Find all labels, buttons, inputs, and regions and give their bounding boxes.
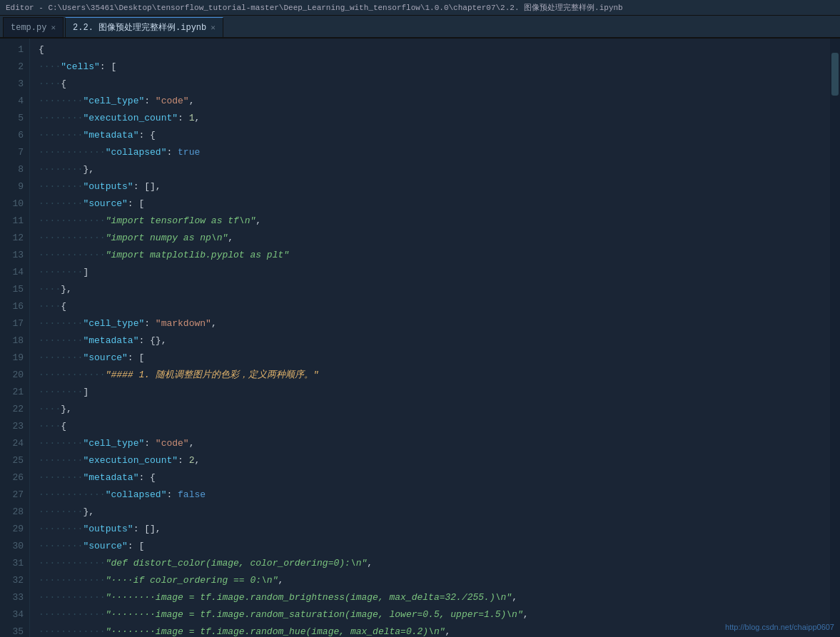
line-number: 2	[0, 58, 24, 76]
line-number: 27	[0, 486, 24, 504]
token: : {	[138, 130, 155, 141]
code-line: ········"metadata": {	[39, 469, 830, 486]
tab-temp[interactable]: temp.py✕	[3, 17, 64, 37]
token: },	[61, 404, 72, 414]
line-number: 6	[0, 127, 24, 144]
token: {	[61, 78, 66, 89]
token: ········	[39, 352, 83, 363]
token: "cell_type"	[83, 318, 144, 329]
token: ············	[39, 147, 106, 158]
token: :	[144, 318, 156, 329]
token: "cell_type"	[83, 96, 144, 106]
token: ········	[39, 387, 83, 397]
token: ········	[39, 455, 83, 466]
scrollbar-area[interactable]	[830, 39, 840, 637]
token: : [],	[133, 181, 161, 192]
line-number: 5	[0, 110, 24, 127]
line-number: 13	[0, 247, 24, 264]
token: "····if color_ordering == 0:\n"	[106, 575, 278, 586]
token: "source"	[83, 352, 127, 363]
code-line: ····{	[39, 298, 830, 315]
token: : [	[100, 61, 116, 72]
tab-close-icon[interactable]: ✕	[211, 23, 216, 32]
line-number: 16	[0, 298, 24, 315]
token: "execution_count"	[83, 455, 178, 466]
code-line: ········"cell_type": "markdown",	[39, 315, 830, 332]
tab-close-icon[interactable]: ✕	[51, 23, 56, 32]
token: : [	[128, 352, 144, 363]
token: ,	[211, 318, 217, 329]
token: true	[178, 147, 200, 158]
code-line: ············"········image = tf.image.ra…	[39, 623, 830, 637]
scrollbar-thumb[interactable]	[831, 53, 839, 96]
token: "markdown"	[156, 318, 211, 329]
line-number: 7	[0, 144, 24, 161]
token: {	[61, 301, 66, 312]
token: "execution_count"	[83, 113, 178, 123]
line-number: 11	[0, 213, 24, 230]
line-number: 1	[0, 41, 24, 58]
tab-notebook[interactable]: 2.2. 图像预处理完整样例.ipynb✕	[65, 17, 223, 37]
token: : [	[128, 198, 144, 209]
line-number: 34	[0, 606, 24, 623]
line-number: 20	[0, 367, 24, 384]
token: ····	[39, 421, 61, 432]
token: ,	[255, 215, 261, 226]
line-number: 25	[0, 452, 24, 469]
token: "········image = tf.image.random_saturat…	[106, 609, 523, 620]
token: ········	[39, 438, 83, 449]
token: "cell_type"	[83, 438, 144, 449]
token: "outputs"	[83, 181, 133, 192]
line-number: 18	[0, 332, 24, 350]
code-line: ············"def distort_color(image, co…	[39, 555, 830, 572]
code-line: ········"execution_count": 2,	[39, 452, 830, 469]
code-line: ········]	[39, 384, 830, 401]
token: ········	[39, 267, 83, 277]
token: "metadata"	[83, 130, 138, 141]
line-number: 23	[0, 418, 24, 435]
token: ············	[39, 592, 106, 603]
token: "collapsed"	[106, 147, 167, 158]
token: },	[83, 506, 94, 517]
line-number: 33	[0, 589, 24, 606]
token: ········	[39, 506, 83, 517]
code-content[interactable]: {····"cells": [····{········"cell_type":…	[30, 39, 830, 637]
token: :	[178, 113, 189, 123]
token: ············	[39, 609, 106, 620]
code-line: ············"#### 1. 随机调整图片的色彩，定义两种顺序。"	[39, 367, 830, 384]
code-line: ············"collapsed": false	[39, 486, 830, 504]
code-line: ········"metadata": {	[39, 127, 830, 144]
code-line: ············"import tensorflow as tf\n",	[39, 213, 830, 230]
line-number: 24	[0, 435, 24, 452]
token: "code"	[156, 438, 189, 449]
code-line: {	[39, 41, 830, 58]
line-number: 10	[0, 195, 24, 213]
token: ········	[39, 130, 83, 141]
line-number: 17	[0, 315, 24, 332]
code-line: ········"source": [	[39, 195, 830, 213]
token: "import tensorflow as tf\n"	[106, 215, 256, 226]
code-line: ········},	[39, 504, 830, 521]
editor-area: 1234567891011121314151617181920212223242…	[0, 39, 840, 637]
title-text: Editor - C:\Users\35461\Desktop\tensorfl…	[6, 2, 623, 13]
token: {	[61, 421, 66, 432]
token: ····	[39, 61, 61, 72]
token: : [],	[133, 524, 161, 534]
token: "········image = tf.image.random_hue(ima…	[106, 626, 445, 637]
code-line: ····},	[39, 401, 830, 418]
token: },	[61, 284, 72, 295]
code-line: ············"import numpy as np\n",	[39, 230, 830, 247]
token: ············	[39, 215, 106, 226]
line-number: 9	[0, 178, 24, 195]
token: ········	[39, 318, 83, 329]
code-line: ········]	[39, 264, 830, 281]
token: :	[144, 96, 156, 106]
line-number: 19	[0, 350, 24, 367]
code-line: ····{	[39, 418, 830, 435]
title-bar: Editor - C:\Users\35461\Desktop\tensorfl…	[0, 0, 840, 16]
token: "outputs"	[83, 524, 133, 534]
line-number: 15	[0, 281, 24, 298]
code-line: ····{	[39, 76, 830, 93]
code-line: ····"cells": [	[39, 58, 830, 76]
token: ,	[278, 575, 283, 586]
